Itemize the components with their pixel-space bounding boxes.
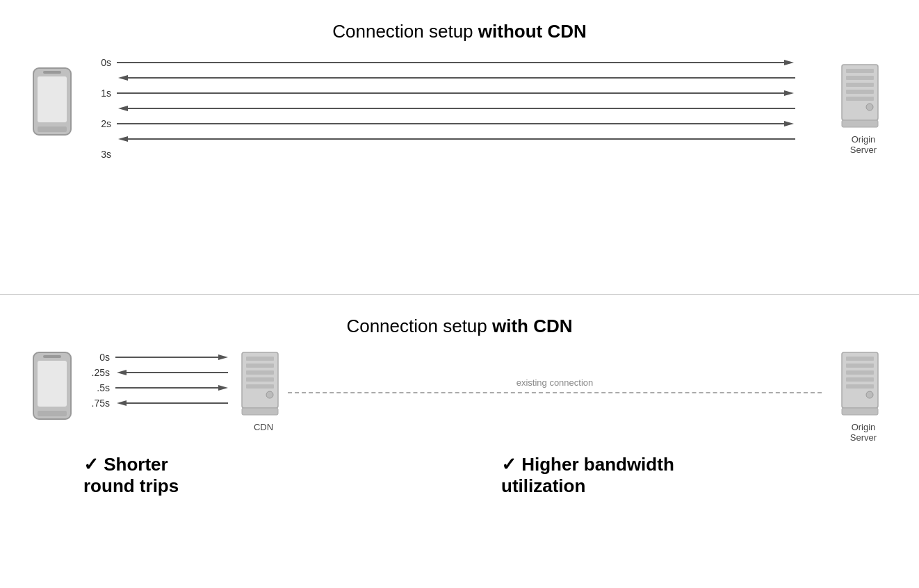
svg-rect-21 bbox=[846, 97, 874, 101]
svg-point-42 bbox=[266, 391, 273, 398]
svg-rect-18 bbox=[846, 76, 874, 80]
svg-marker-31 bbox=[117, 370, 127, 375]
svg-rect-39 bbox=[246, 370, 274, 375]
svg-rect-45 bbox=[846, 357, 874, 361]
cdn-diagram: 0s .25s .5s .75s bbox=[28, 350, 891, 443]
svg-marker-11 bbox=[118, 106, 128, 111]
svg-rect-43 bbox=[242, 408, 278, 415]
benefit-bandwidth: ✓ Higher bandwidthutilization bbox=[473, 454, 891, 497]
existing-connection-area: existing connection bbox=[288, 350, 822, 393]
origin-server-bottom: OriginServer bbox=[836, 350, 891, 443]
phone-icon-bottom bbox=[28, 350, 83, 436]
svg-rect-1 bbox=[38, 76, 67, 122]
svg-rect-49 bbox=[846, 384, 874, 389]
svg-rect-23 bbox=[842, 120, 878, 127]
svg-rect-27 bbox=[38, 411, 67, 416]
svg-point-22 bbox=[866, 104, 873, 111]
bottom-title: Connection setup with CDN bbox=[346, 316, 572, 337]
svg-marker-9 bbox=[784, 90, 794, 96]
top-section: Connection setup without CDN 0s bbox=[0, 0, 919, 295]
svg-marker-29 bbox=[218, 354, 228, 360]
svg-rect-40 bbox=[246, 377, 274, 382]
svg-rect-46 bbox=[846, 364, 874, 368]
bottom-server-label: OriginServer bbox=[850, 422, 877, 443]
svg-rect-26 bbox=[43, 355, 61, 358]
top-diagram: 0s 1s bbox=[28, 55, 891, 162]
cdn-label: CDN bbox=[254, 422, 273, 432]
svg-rect-37 bbox=[246, 357, 274, 361]
top-timeline: 0s 1s bbox=[83, 55, 836, 162]
svg-rect-2 bbox=[43, 71, 61, 74]
benefit-shorter: ✓ Shorterround trips bbox=[28, 454, 473, 497]
svg-rect-38 bbox=[246, 364, 274, 368]
existing-connection-label: existing connection bbox=[517, 377, 594, 388]
top-title: Connection setup without CDN bbox=[332, 21, 587, 42]
benefit-labels: ✓ Shorterround trips ✓ Higher bandwidthu… bbox=[28, 454, 891, 497]
svg-rect-3 bbox=[38, 126, 67, 132]
svg-rect-20 bbox=[846, 90, 874, 94]
svg-rect-41 bbox=[246, 384, 274, 389]
svg-marker-33 bbox=[218, 385, 228, 391]
svg-rect-51 bbox=[842, 408, 878, 415]
phone-icon bbox=[28, 65, 83, 152]
svg-rect-25 bbox=[38, 361, 67, 407]
cdn-node: CDN bbox=[239, 350, 288, 432]
svg-marker-35 bbox=[117, 400, 127, 406]
origin-server-top: OriginServer bbox=[836, 62, 891, 155]
dotted-line bbox=[288, 392, 822, 393]
svg-rect-47 bbox=[846, 370, 874, 375]
svg-rect-48 bbox=[846, 377, 874, 382]
svg-point-50 bbox=[866, 391, 873, 398]
svg-marker-13 bbox=[784, 121, 794, 126]
svg-marker-7 bbox=[118, 75, 128, 81]
svg-rect-17 bbox=[846, 69, 874, 73]
svg-marker-15 bbox=[118, 136, 128, 142]
top-server-label: OriginServer bbox=[850, 134, 877, 155]
svg-rect-19 bbox=[846, 83, 874, 87]
svg-marker-5 bbox=[784, 60, 794, 65]
bottom-section: Connection setup with CDN 0s .25s bbox=[0, 295, 919, 589]
cdn-arrows-left: 0s .25s .5s .75s bbox=[83, 350, 239, 411]
